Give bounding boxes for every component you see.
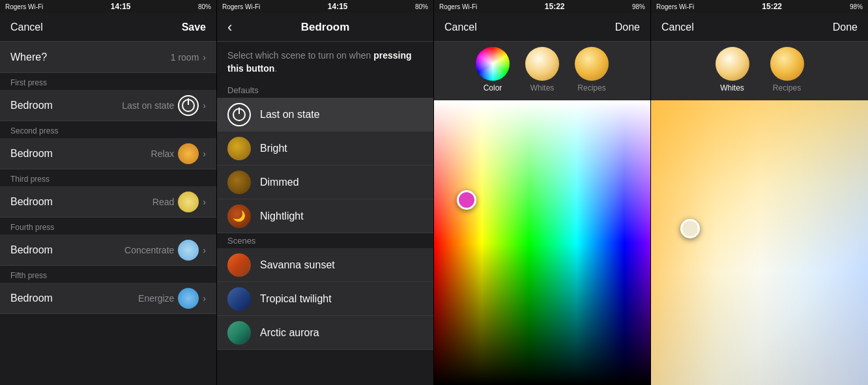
third-press-chevron-icon: › [203,197,206,207]
battery-2: 80% [415,3,428,10]
scene-row-last-on-state[interactable]: Last on state [217,98,433,132]
cancel-button-3[interactable]: Cancel [444,21,477,33]
whites-picker-area[interactable] [651,100,868,385]
color-wheel-icon [476,47,510,81]
last-on-state-label: Last on state [260,109,320,121]
defaults-label: Defaults [217,83,433,98]
tab-color-label: Color [484,83,502,93]
status-bar-4: Rogers Wi-Fi 15:22 98% [651,0,868,13]
third-press-row[interactable]: Bedroom Read › [0,186,216,218]
section-first-press: First press [0,73,216,90]
panel-3-color-picker: Rogers Wi-Fi 15:22 98% Cancel Done Color… [434,0,651,385]
scene-row-dimmed[interactable]: Dimmed [217,165,433,199]
nightlight-label: Nightlight [260,210,304,222]
whites-overlay-2 [651,100,868,385]
panel3-header: Cancel Done [434,13,650,42]
second-press-row[interactable]: Bedroom Relax › [0,138,216,169]
time-2: 14:15 [328,2,348,11]
panel-2-scene-select: Rogers Wi-Fi 14:15 80% ‹ Bedroom Select … [217,0,434,385]
energize-icon [178,288,199,309]
savanna-thumb-icon [227,253,251,277]
third-press-room: Bedroom [10,196,53,208]
status-bar-1: Rogers Wi-Fi 14:15 80% [0,0,216,13]
power-symbol-icon [182,99,195,112]
battery-3: 98% [632,3,645,10]
scenes-label: Scenes [217,233,433,248]
tab-recipes[interactable]: Recipes [575,47,609,93]
dimmed-scene-icon [227,171,251,194]
dimmed-label: Dimmed [260,177,299,188]
first-press-row[interactable]: Bedroom Last on state › [0,90,216,121]
tab-whites[interactable]: Whites [525,47,559,93]
panel-4-whites-picker: Rogers Wi-Fi 15:22 98% Cancel Done White… [651,0,868,385]
color-cursor[interactable] [457,190,476,210]
panel4-header: Cancel Done [651,13,868,42]
last-on-state-icon [178,95,199,116]
save-button[interactable]: Save [182,21,206,33]
section-fourth-press: Fourth press [0,218,216,235]
concentrate-icon [178,240,199,261]
arctic-label: Arctic aurora [260,327,319,339]
tab-whites-label: Whites [530,83,555,93]
scene-row-arctic[interactable]: Arctic aurora [217,316,433,350]
recipes-tab-icon [770,47,804,81]
first-press-room: Bedroom [10,100,53,111]
carrier-2: Rogers Wi-Fi [222,3,260,10]
scene-row-tropical[interactable]: Tropical twilight [217,282,433,316]
hint-text: Select which scene to turn on when press… [217,42,433,83]
fifth-press-value: Energize › [138,288,206,309]
scene-row-nightlight[interactable]: 🌙 Nightlight [217,199,433,233]
section-third-press: Third press [0,169,216,186]
time-4: 15:22 [762,2,782,11]
status-bar-3: Rogers Wi-Fi 15:22 98% [434,0,650,13]
done-button-3[interactable]: Done [615,21,640,33]
scene-row-savanna[interactable]: Savanna sunset [217,248,433,282]
battery-4: 98% [850,3,863,10]
panel-1-press-config: Rogers Wi-Fi 14:15 80% Cancel Save Where… [0,0,217,385]
fourth-press-row[interactable]: Bedroom Concentrate › [0,235,216,266]
whites-icon [525,47,559,81]
tab-recipes-4-label: Recipes [773,83,801,93]
tab-color[interactable]: Color [476,47,510,93]
time-3: 15:22 [545,2,565,11]
battery-1: 80% [198,3,211,10]
scene-row-bright[interactable]: Bright [217,132,433,165]
fifth-press-chevron-icon: › [203,293,206,304]
section-fifth-press: Fifth press [0,266,216,283]
black-overlay [434,243,650,386]
tropical-label: Tropical twilight [260,293,332,305]
fourth-press-room: Bedroom [10,244,53,256]
second-press-room: Bedroom [10,148,53,160]
tab-recipes-4[interactable]: Recipes [770,47,804,93]
fourth-press-chevron-icon: › [203,245,206,255]
recipes-icon [575,47,609,81]
where-row[interactable]: Where? 1 room › [0,42,216,73]
carrier-1: Rogers Wi-Fi [5,3,43,10]
relax-icon [178,143,199,164]
where-value: 1 room › [171,52,206,63]
whites-tab-icon [716,47,749,81]
color-picker-area[interactable] [434,100,650,385]
cancel-button[interactable]: Cancel [10,21,43,33]
carrier-4: Rogers Wi-Fi [656,3,694,10]
panel2-title: Bedroom [301,21,350,34]
first-press-chevron-icon: › [203,100,206,111]
fourth-press-value: Concentrate › [124,240,206,261]
power-icon [233,108,246,121]
whites-cursor[interactable] [680,219,700,238]
tropical-thumb-icon [227,287,251,311]
bright-label: Bright [260,143,287,154]
savanna-label: Savanna sunset [260,259,335,271]
done-button-4[interactable]: Done [833,21,858,33]
moon-icon: 🌙 [233,210,246,222]
fifth-press-row[interactable]: Bedroom Energize › [0,283,216,314]
tab-recipes-label: Recipes [577,83,605,93]
white-overlay [434,100,650,243]
cancel-button-4[interactable]: Cancel [661,21,694,33]
status-bar-2: Rogers Wi-Fi 14:15 80% [217,0,433,13]
nightlight-scene-icon: 🌙 [227,205,251,228]
back-button[interactable]: ‹ [227,19,232,36]
time-1: 14:15 [111,2,131,11]
tab-whites-4-label: Whites [720,83,744,93]
tab-whites-4[interactable]: Whites [716,47,749,93]
